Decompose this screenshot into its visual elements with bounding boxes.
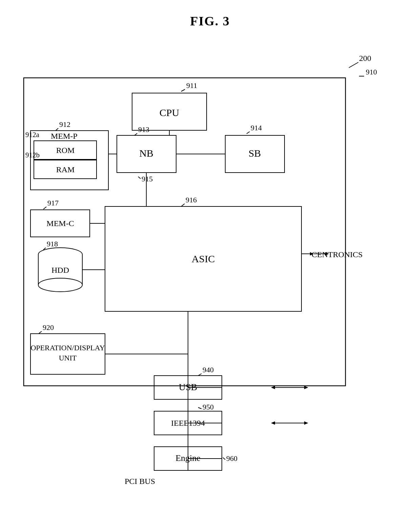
svg-text:913: 913 <box>138 125 149 134</box>
svg-text:910: 910 <box>366 68 377 76</box>
svg-text:SB: SB <box>249 148 261 159</box>
svg-text:912b: 912b <box>25 151 40 159</box>
svg-text:UNIT: UNIT <box>59 354 77 362</box>
svg-text:HDD: HDD <box>51 266 69 274</box>
svg-text:CPU: CPU <box>160 107 180 118</box>
svg-text:914: 914 <box>251 124 262 132</box>
svg-marker-71 <box>271 421 275 425</box>
svg-marker-73 <box>304 421 308 425</box>
svg-text:OPERATION/DISPLAY: OPERATION/DISPLAY <box>30 343 105 352</box>
svg-text:ROM: ROM <box>56 146 75 155</box>
svg-text:912a: 912a <box>25 131 40 139</box>
svg-line-1 <box>349 62 358 68</box>
svg-text:917: 917 <box>47 199 59 207</box>
svg-text:PCI BUS: PCI BUS <box>125 477 155 486</box>
svg-text:912: 912 <box>59 120 70 129</box>
svg-text:916: 916 <box>186 196 197 204</box>
svg-text:CENTRONICS: CENTRONICS <box>312 250 363 259</box>
svg-text:940: 940 <box>203 365 214 374</box>
svg-text:911: 911 <box>186 81 197 90</box>
svg-text:200: 200 <box>359 54 371 63</box>
svg-text:960: 960 <box>226 454 237 463</box>
svg-marker-68 <box>304 386 308 389</box>
svg-text:ASIC: ASIC <box>192 253 215 264</box>
svg-text:918: 918 <box>47 240 58 248</box>
svg-text:RAM: RAM <box>56 165 75 174</box>
svg-rect-3 <box>24 78 345 386</box>
svg-text:950: 950 <box>203 403 214 411</box>
svg-text:915: 915 <box>142 175 153 183</box>
svg-text:MEM-P: MEM-P <box>51 132 78 140</box>
svg-point-34 <box>38 278 82 292</box>
svg-marker-66 <box>271 386 275 389</box>
figure-title: FIG. 3 <box>0 0 420 28</box>
svg-text:920: 920 <box>43 323 54 332</box>
svg-text:NB: NB <box>139 148 153 159</box>
svg-text:MEM-C: MEM-C <box>46 219 74 228</box>
